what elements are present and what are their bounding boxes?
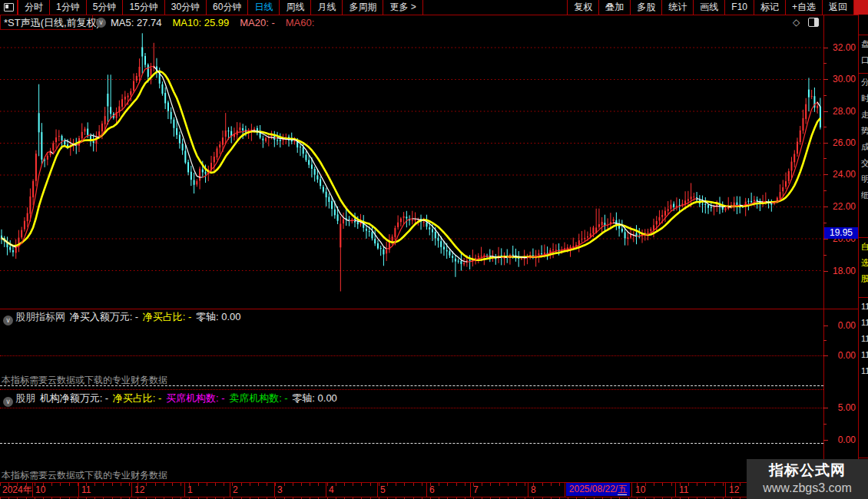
period-tab-2[interactable]: 1分钟 (50, 0, 87, 15)
period-tab-7[interactable]: 日线 (248, 0, 280, 15)
tool-button-4[interactable]: 统计 (662, 0, 694, 15)
month-label-11: 7 (473, 484, 479, 496)
axis-tick (823, 408, 828, 408)
watermark-box: 指标公式网 www.zbgs3.com (747, 459, 868, 499)
panel2-label-6: 零轴: 0.00 (292, 392, 337, 404)
axis-tick (823, 340, 827, 341)
corner-red-button[interactable] (854, 0, 868, 15)
last-price-marker: 19.95 (824, 227, 858, 239)
axis-tick (823, 207, 828, 207)
panel2-axis-label-2: 0.00 (827, 435, 856, 445)
month-separator (184, 483, 185, 497)
right-side-panel-strip[interactable]: 盘口分时走势成交明细自选股1111111111 (858, 15, 868, 499)
price-label-5: 24.00 (827, 169, 856, 180)
tool-button-8[interactable]: +自选 (786, 0, 823, 15)
panel2-label-1: 股朋 (15, 392, 38, 404)
panel1-collapse-icon[interactable]: ∨ (3, 312, 13, 326)
axis-tick (823, 174, 828, 175)
axis-tick (823, 158, 827, 159)
price-label-3: 28.00 (827, 106, 856, 117)
period-tab-5[interactable]: 30分钟 (165, 0, 207, 15)
panel2-label-4: 买席机构数: - (166, 392, 227, 404)
month-label-6: 2 (233, 484, 238, 496)
price-label-1: 32.00 (827, 42, 856, 53)
period-toolbar: 分时1分钟5分钟15分钟30分钟60分钟日线周线月线多周期更多 > 复权叠加多股… (0, 0, 868, 15)
month-separator (426, 483, 427, 497)
panel1-label-4: 零轴: 0.00 (196, 311, 241, 322)
panel2-top-dotted-line (0, 389, 823, 390)
month-label-8: 4 (329, 484, 334, 496)
tool-button-6[interactable]: F10 (725, 0, 754, 15)
panel1-zero-line (0, 355, 823, 356)
right-strip-vertical-text-3: 自选股 (861, 239, 868, 287)
panel2-collapse-icon[interactable]: ∨ (3, 393, 13, 407)
panel-toggle-icon[interactable] (808, 18, 819, 27)
month-separator (131, 483, 132, 497)
month-label-12: 8 (531, 484, 536, 496)
title-row: *ST声迅(日线,前复权) ∨ MA5: 27.74MA10: 25.99MA2… (0, 15, 868, 31)
ma-value-1: MA5: 27.74 (111, 17, 162, 28)
price-label-6: 22.00 (827, 201, 856, 212)
diamond-icon[interactable]: ◇ (793, 17, 800, 28)
panel1-axis-label-1: 0.00 (827, 320, 856, 331)
price-label-8: 18.00 (827, 266, 856, 276)
month-separator (631, 483, 632, 497)
period-tab-10[interactable]: 多周期 (343, 0, 383, 15)
layout-toggle-button[interactable] (0, 0, 18, 15)
panel2-data-notice: 本指标需要云数据或下载的专业财务数据 (2, 469, 167, 482)
axis-tick (823, 143, 828, 144)
panel2-label-3: 净买占比: - (113, 392, 164, 404)
ma-value-4: MA60: (286, 17, 315, 28)
axis-tick (823, 190, 827, 191)
period-tab-9[interactable]: 月线 (311, 0, 343, 15)
tool-button-7[interactable]: 标记 (754, 0, 786, 15)
axis-tick (823, 79, 828, 80)
panel1-axis-label-2: 0.00 (827, 350, 856, 361)
stock-title[interactable]: *ST声迅(日线,前复权) (0, 15, 93, 30)
collapse-chevron-icon[interactable]: ∨ (96, 18, 106, 28)
month-label-7: 3 (277, 484, 283, 496)
month-separator (528, 483, 528, 497)
month-label-4: 12 (134, 484, 144, 496)
panel2-label-2: 机构净额万元: - (40, 392, 111, 404)
panel2-header: 股朋 机构净额万元: - 净买占比: - 买席机构数: - 卖席机构数: - 零… (15, 392, 339, 405)
month-label-14: 10 (635, 484, 645, 496)
tool-button-5[interactable]: 画线 (694, 0, 725, 15)
period-tab-1[interactable]: 分时 (18, 0, 50, 15)
month-label-1: 2024年 (2, 484, 32, 496)
strip-separator (859, 297, 868, 298)
title-right-icons: ◇ (793, 16, 823, 28)
period-tab-11[interactable]: 更多 > (383, 0, 422, 15)
weekday-char: 五 (618, 484, 627, 495)
month-separator (377, 483, 378, 497)
axis-tick (823, 326, 828, 326)
tdx-chart-window: 分时1分钟5分钟15分钟30分钟60分钟日线周线月线多周期更多 > 复权叠加多股… (0, 0, 868, 499)
period-tab-8[interactable]: 周线 (280, 0, 311, 15)
month-separator (230, 483, 230, 497)
month-separator (32, 483, 33, 497)
panel1-label-2: 净买入额万元: - (70, 311, 141, 322)
tool-button-3[interactable]: 多股 (631, 0, 662, 15)
watermark-title: 指标公式网 (747, 461, 868, 481)
period-tab-3[interactable]: 5分钟 (87, 0, 124, 15)
month-label-5: 1 (187, 484, 193, 496)
main-candlestick-chart[interactable] (0, 31, 823, 309)
date-axis: 2024年101112123456781011122025/08/22/五 (0, 483, 868, 497)
watermark-url: www.zbgs3.com (747, 481, 868, 496)
axis-tick (823, 48, 828, 48)
strip-separator (859, 237, 868, 238)
period-tab-6[interactable]: 60分钟 (207, 0, 248, 15)
panel2-axis-label-1: 5.00 (827, 402, 856, 413)
panel1-label-3: 净买占比: - (143, 311, 194, 322)
panel2-upper-line (0, 408, 823, 408)
period-tab-4[interactable]: 15分钟 (123, 0, 164, 15)
tool-button-9[interactable]: 返回 (823, 0, 854, 15)
axis-tick (823, 271, 828, 272)
tool-button-1[interactable]: 复权 (567, 0, 599, 15)
month-label-9: 5 (380, 484, 386, 496)
axis-tick (823, 95, 827, 96)
month-label-2: 10 (35, 484, 45, 496)
right-strip-vertical-text-2: 分时走势成交明细 (861, 74, 868, 203)
tool-button-2[interactable]: 叠加 (599, 0, 631, 15)
month-separator (326, 483, 326, 497)
